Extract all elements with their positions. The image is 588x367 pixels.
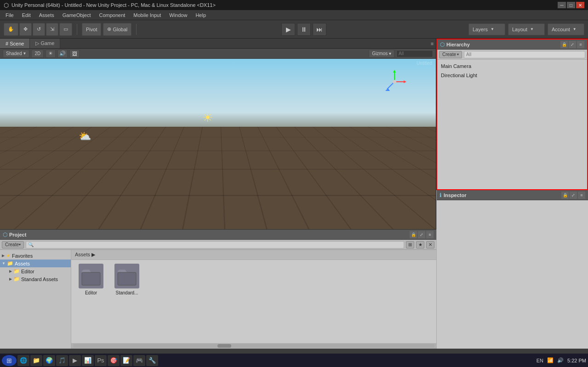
inspector-content — [437, 200, 588, 349]
scene-tabs: # Scene ▷ Game ≡ — [0, 39, 436, 49]
step-button[interactable]: ⏭ — [313, 23, 326, 36]
taskbar-icon-media[interactable]: ▶ — [69, 355, 81, 366]
standard-file-icon — [114, 264, 139, 288]
favorites-tri-icon: ▶ — [2, 254, 5, 258]
project-icon-btn-3[interactable]: ✕ — [426, 241, 434, 248]
sun-icon: ☀ — [202, 112, 216, 125]
layout-arrow-icon: ▼ — [530, 27, 534, 31]
maximize-button[interactable]: □ — [567, 2, 575, 8]
project-search-input[interactable] — [26, 241, 404, 248]
standard-file-label: Standard... — [116, 290, 138, 295]
project-create-button[interactable]: Create ▾ — [2, 241, 24, 248]
file-editor[interactable]: Editor — [75, 264, 107, 339]
svg-marker-3 — [404, 80, 406, 83]
rect-tool-button[interactable]: ▭ — [59, 23, 72, 36]
game-tab[interactable]: ▷ Game — [30, 39, 60, 48]
taskbar-start-button[interactable]: ⊞ — [2, 355, 17, 366]
tree-favorites[interactable]: ▶ ★ Favorites — [0, 252, 71, 260]
pivot-button[interactable]: Pivot — [82, 23, 101, 36]
favorites-label: Favorites — [12, 253, 33, 259]
project-panel: ⬡ Project 🔒 ⤢ ≡ Create ▾ ⊞ ★ ✕ — [0, 229, 436, 349]
editor-folder-icon: 📁 — [13, 268, 20, 274]
project-header: ⬡ Project 🔒 ⤢ ≡ — [0, 230, 436, 240]
scale-tool-button[interactable]: ⇲ — [46, 23, 58, 36]
sky-background — [0, 59, 436, 136]
light-toggle-button[interactable]: ☀ — [46, 50, 56, 58]
account-dropdown[interactable]: Account ▼ — [548, 23, 584, 35]
taskbar-icon-app5[interactable]: 🔧 — [146, 355, 158, 366]
project-maximize-button[interactable]: ⤢ — [418, 231, 425, 238]
taskbar-icon-chrome[interactable]: 🌍 — [43, 355, 55, 366]
shaded-button[interactable]: Shaded ▼ — [3, 50, 29, 58]
taskbar-icon-music[interactable]: 🎵 — [56, 355, 68, 366]
tree-standard-assets[interactable]: ▶ 📁 Standard Assets — [0, 275, 71, 283]
taskbar-icon-app4[interactable]: 🎮 — [133, 355, 145, 366]
tree-assets[interactable]: ▼ 📁 Assets — [0, 260, 71, 267]
play-button[interactable]: ▶ — [281, 23, 295, 36]
menu-edit[interactable]: Edit — [18, 11, 34, 19]
global-button[interactable]: ⊕ Global — [103, 23, 131, 36]
project-icon-btn-1[interactable]: ⊞ — [406, 241, 414, 248]
menu-component[interactable]: Component — [95, 11, 129, 19]
hierarchy-create-button[interactable]: Create ▾ — [439, 51, 462, 58]
inspector-panel: ℹ Inspector 🔒 ⤢ ≡ — [436, 190, 588, 349]
hierarchy-item-directional-light[interactable]: Directional Light — [437, 71, 587, 80]
taskbar-icon-app3[interactable]: 📝 — [120, 355, 132, 366]
taskbar-network-icon: 📶 — [547, 357, 554, 363]
minimize-button[interactable]: ─ — [558, 2, 566, 8]
taskbar-icon-ie[interactable]: 🌐 — [17, 355, 29, 366]
hierarchy-item-main-camera[interactable]: Main Camera — [437, 62, 587, 71]
gizmos-button[interactable]: Gizmos ▾ — [369, 50, 394, 58]
menu-assets[interactable]: Assets — [35, 11, 58, 19]
hierarchy-search-input[interactable] — [464, 51, 585, 58]
taskbar-icon-app2[interactable]: 🎯 — [108, 355, 120, 366]
2d-button[interactable]: 2D — [31, 50, 44, 58]
inspector-menu-button[interactable]: ≡ — [578, 192, 585, 199]
hierarchy-create-label: Create — [442, 52, 456, 57]
project-files-header: Assets ▶ — [71, 250, 436, 260]
close-button[interactable]: ✕ — [576, 2, 584, 8]
taskbar-icon-explorer[interactable]: 📁 — [30, 355, 42, 366]
editor-file-icon — [79, 264, 103, 288]
project-menu-button[interactable]: ≡ — [426, 231, 434, 238]
hierarchy-icon: ⬡ — [440, 41, 445, 48]
inspector-maximize-button[interactable]: ⤢ — [570, 192, 577, 199]
scene-search-input[interactable] — [396, 50, 433, 57]
menu-mobileinput[interactable]: Mobile Input — [130, 11, 165, 19]
hierarchy-lock-button[interactable]: 🔒 — [560, 41, 568, 48]
toolbar: ✋ ✥ ↺ ⇲ ▭ Pivot ⊕ Global ▶ ⏸ ⏭ Layers ▼ … — [0, 20, 588, 39]
project-lock-button[interactable]: 🔒 — [410, 231, 417, 238]
rotate-tool-button[interactable]: ↺ — [33, 23, 45, 36]
inspector-lock-button[interactable]: 🔒 — [561, 192, 569, 199]
hierarchy-menu-button[interactable]: ≡ — [577, 41, 584, 48]
menu-gameobject[interactable]: GameObject — [59, 11, 95, 19]
scene-tab[interactable]: # Scene — [0, 39, 30, 48]
audio-toggle-button[interactable]: 🔊 — [57, 50, 68, 58]
layers-dropdown[interactable]: Layers ▼ — [468, 23, 505, 35]
standard-folder-icon: 📁 — [13, 276, 20, 282]
scene-area: # Scene ▷ Game ≡ Shaded ▼ 2D ☀ 🔊 � — [0, 39, 436, 229]
menu-window[interactable]: Window — [166, 11, 191, 19]
scene-options-button[interactable]: ≡ — [428, 39, 436, 49]
account-arrow-icon: ▼ — [573, 27, 577, 31]
taskbar-icon-photoshop[interactable]: Ps — [95, 355, 107, 366]
hand-tool-button[interactable]: ✋ — [4, 23, 18, 36]
menu-file[interactable]: File — [2, 11, 17, 19]
project-icon-btn-2[interactable]: ★ — [416, 241, 424, 248]
menu-help[interactable]: Help — [192, 11, 210, 19]
hierarchy-maximize-button[interactable]: ⤢ — [569, 41, 576, 48]
project-title: Project — [9, 232, 408, 237]
scroll-thumb[interactable] — [217, 344, 231, 348]
tree-editor[interactable]: ▶ 📁 Editor — [0, 267, 71, 275]
scene-viewport[interactable]: ☀ ⛅ Untitled — [0, 59, 436, 229]
layout-dropdown[interactable]: Layout ▼ — [508, 23, 545, 35]
move-tool-button[interactable]: ✥ — [19, 23, 32, 36]
taskbar-icon-app1[interactable]: 📊 — [82, 355, 94, 366]
gizmo-svg — [381, 68, 408, 96]
project-content: ▶ ★ Favorites ▼ 📁 Assets ▶ 📁 Editor — [0, 250, 436, 349]
effects-toggle-button[interactable]: 🖼 — [69, 50, 80, 58]
pause-button[interactable]: ⏸ — [297, 23, 311, 36]
file-standard-assets[interactable]: Standard... — [111, 264, 143, 339]
unity-logo-icon: ⬡ — [4, 2, 9, 9]
layers-arrow-icon: ▼ — [491, 27, 494, 31]
